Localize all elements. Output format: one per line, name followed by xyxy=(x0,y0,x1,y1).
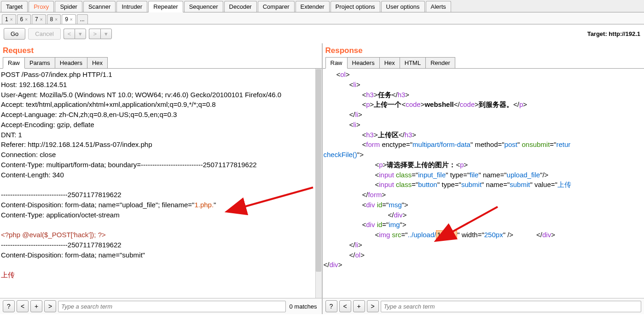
add-button[interactable]: + xyxy=(353,300,365,312)
tab-intruder[interactable]: Intruder xyxy=(116,1,147,12)
close-icon[interactable]: × xyxy=(55,17,58,22)
request-title: Request xyxy=(0,43,322,56)
repeater-tab-1[interactable]: 1× xyxy=(2,14,16,24)
request-footer: ? < + > 0 matches xyxy=(0,298,322,314)
go-button[interactable]: Go xyxy=(4,28,25,40)
response-tab-html[interactable]: HTML xyxy=(400,57,426,68)
tab-spider[interactable]: Spider xyxy=(55,1,82,12)
history-back-group: < ▾ xyxy=(64,29,87,39)
close-icon[interactable]: × xyxy=(10,17,13,22)
request-tab-params[interactable]: Params xyxy=(25,57,55,68)
response-tab-hex[interactable]: Hex xyxy=(380,57,400,68)
request-tab-raw[interactable]: Raw xyxy=(3,57,25,69)
tab-alerts[interactable]: Alerts xyxy=(426,1,451,12)
repeater-tab-7[interactable]: 7× xyxy=(32,14,46,24)
tab-label: 6 xyxy=(20,16,23,23)
tab-label: 8 xyxy=(50,16,53,23)
cancel-button[interactable]: Cancel xyxy=(28,28,60,40)
search-input[interactable] xyxy=(381,301,642,312)
repeater-tab-more[interactable]: ... xyxy=(77,14,88,24)
history-forward-dropdown[interactable]: ▾ xyxy=(100,29,112,39)
tab-scanner[interactable]: Scanner xyxy=(83,1,116,12)
tab-label: ... xyxy=(80,16,85,23)
request-pane: Request Raw Params Headers Hex POST /Pas… xyxy=(0,43,323,314)
tab-extender[interactable]: Extender xyxy=(296,1,330,12)
response-content[interactable]: <ol> <li> <h3>任务</h3> <p>上传一个<code>websh… xyxy=(323,69,644,298)
close-icon[interactable]: × xyxy=(25,17,28,22)
history-forward-button[interactable]: > xyxy=(89,29,100,39)
match-count: 0 matches xyxy=(288,303,319,310)
response-raw-text[interactable]: <ol> <li> <h3>任务</h3> <p>上传一个<code>websh… xyxy=(323,69,644,271)
scrollbar[interactable] xyxy=(315,69,322,298)
request-content[interactable]: POST /Pass-07/index.php HTTP/1.1 Host: 1… xyxy=(0,69,322,298)
repeater-toolbar: Go Cancel < ▾ > ▾ Target: http://192.1 xyxy=(0,24,644,43)
tab-sequencer[interactable]: Sequencer xyxy=(184,1,223,12)
tab-decoder[interactable]: Decoder xyxy=(224,1,257,12)
request-tab-hex[interactable]: Hex xyxy=(87,57,108,68)
tab-comparer[interactable]: Comparer xyxy=(258,1,295,12)
response-tab-raw[interactable]: Raw xyxy=(325,57,348,69)
response-tab-render[interactable]: Render xyxy=(426,57,455,68)
target-label[interactable]: Target: http://192.1 xyxy=(587,30,640,37)
search-input[interactable] xyxy=(58,301,286,312)
history-back-dropdown[interactable]: ▾ xyxy=(75,29,86,39)
repeater-tab-6[interactable]: 6× xyxy=(17,14,31,24)
tab-project-options[interactable]: Project options xyxy=(331,1,380,12)
request-view-tabs: Raw Params Headers Hex xyxy=(0,56,322,69)
main-tab-bar: Target Proxy Spider Scanner Intruder Rep… xyxy=(0,0,644,12)
repeater-tab-bar: 1× 6× 7× 8× 9× ... xyxy=(0,12,644,24)
help-button[interactable]: ? xyxy=(325,300,337,312)
history-back-button[interactable]: < xyxy=(64,29,75,39)
response-footer: ? < + > xyxy=(323,298,644,314)
main-panes: Request Raw Params Headers Hex POST /Pas… xyxy=(0,43,644,314)
response-tab-headers[interactable]: Headers xyxy=(348,57,380,68)
tab-repeater[interactable]: Repeater xyxy=(148,1,183,12)
next-match-button[interactable]: > xyxy=(367,300,379,312)
request-tab-headers[interactable]: Headers xyxy=(55,57,87,68)
next-match-button[interactable]: > xyxy=(44,300,56,312)
response-view-tabs: Raw Headers Hex HTML Render xyxy=(323,56,644,69)
prev-match-button[interactable]: < xyxy=(339,300,351,312)
close-icon[interactable]: × xyxy=(40,17,43,22)
response-title: Response xyxy=(323,43,644,56)
scrollbar-thumb[interactable] xyxy=(316,69,321,272)
prev-match-button[interactable]: < xyxy=(17,300,29,312)
tab-user-options[interactable]: User options xyxy=(381,1,425,12)
history-forward-group: > ▾ xyxy=(89,29,112,39)
close-icon[interactable]: × xyxy=(70,17,73,22)
tab-label: 9 xyxy=(65,16,68,23)
add-button[interactable]: + xyxy=(30,300,42,312)
response-pane: Response Raw Headers Hex HTML Render <ol… xyxy=(323,43,644,314)
tab-label: 1 xyxy=(5,16,8,23)
tab-target[interactable]: Target xyxy=(1,1,28,12)
repeater-tab-9[interactable]: 9× xyxy=(62,14,76,24)
tab-proxy[interactable]: Proxy xyxy=(29,1,54,12)
request-raw-text[interactable]: POST /Pass-07/index.php HTTP/1.1 Host: 1… xyxy=(0,69,322,281)
help-button[interactable]: ? xyxy=(3,300,15,312)
repeater-tab-8[interactable]: 8× xyxy=(47,14,61,24)
tab-label: 7 xyxy=(35,16,38,23)
